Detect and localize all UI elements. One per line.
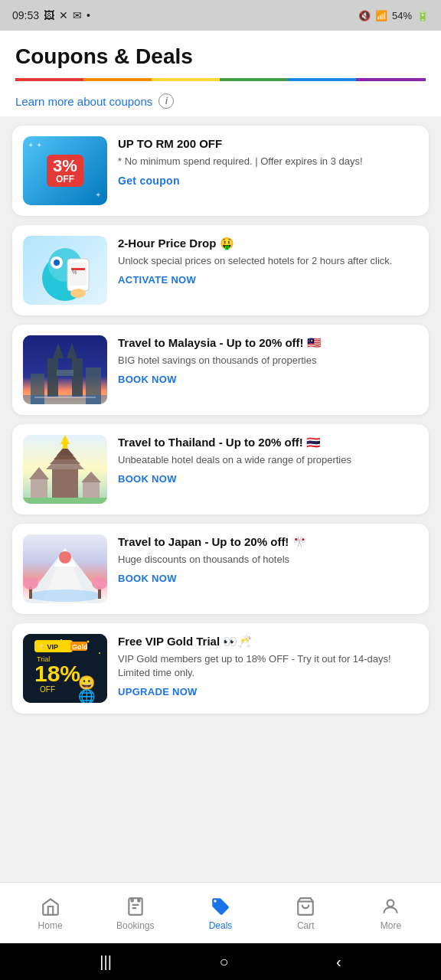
nav-item-deals[interactable]: Deals (178, 896, 263, 931)
deal-description: BIG hotel savings on thousands of proper… (118, 354, 418, 368)
deal-card[interactable]: % 2-Hour Price Drop 🤑 Unlock special pri… (12, 225, 429, 315)
vip-image: ⭐ VIP Gold Trial 18% OFF 😀 🌐 (23, 634, 107, 703)
more-label: More (381, 920, 401, 931)
learn-more-link[interactable]: Learn more about coupons (15, 95, 152, 108)
thailand-image (23, 435, 107, 504)
deal-card[interactable]: Travel to Japan - Up to 20% off! 🎌 Huge … (12, 524, 429, 614)
svg-rect-10 (47, 358, 58, 397)
svg-point-36 (28, 590, 102, 602)
recents-button[interactable]: ||| (100, 953, 112, 971)
bottom-nav: Home Bookings Deals Car (0, 882, 441, 943)
svg-rect-58 (138, 898, 139, 901)
cart-icon (295, 896, 316, 917)
deal-card[interactable]: Travel to Malaysia - Up to 20% off! 🇲🇾 B… (12, 325, 429, 415)
deal-content: Travel to Japan - Up to 20% off! 🎌 Huge … (118, 534, 418, 584)
deals-label: Deals (209, 920, 233, 931)
deal-description: Unlock special prices on selected hotels… (118, 254, 418, 268)
deal-content: UP TO RM 200 OFF * No minimum spend requ… (118, 136, 418, 187)
svg-point-38 (23, 577, 38, 590)
nav-item-bookings[interactable]: Bookings (93, 896, 178, 931)
deal-title: 2-Hour Price Drop 🤑 (118, 236, 418, 251)
deal-content: Travel to Malaysia - Up to 20% off! 🇲🇾 B… (118, 335, 418, 385)
bookings-label: Bookings (116, 920, 154, 931)
svg-text:%: % (72, 270, 77, 275)
deal-card[interactable]: Travel to Thailand - Up to 20% off! 🇹🇭 U… (12, 424, 429, 514)
deals-icon (210, 896, 231, 917)
nav-item-home[interactable]: Home (8, 896, 93, 931)
svg-rect-18 (34, 397, 96, 398)
deal-cta-button[interactable]: Get coupon (118, 175, 418, 187)
deal-title: Travel to Thailand - Up to 20% off! 🇹🇭 (118, 435, 418, 450)
status-bar: 09:53 🖼 ✕ ✉ • 🔇 📶 54% 🔋 (0, 0, 441, 31)
deal-content: Free VIP Gold Trial 👀🥂 VIP Gold members … (118, 634, 418, 697)
deal-description: * No minimum spend required. | Offer exp… (118, 155, 418, 168)
wifi-icon: 📶 (375, 10, 387, 21)
svg-point-8 (70, 289, 86, 298)
nav-item-cart[interactable]: Cart (263, 896, 348, 931)
deal-description: Unbeatable hotel deals on a wide range o… (118, 453, 418, 467)
home-icon (40, 896, 61, 917)
svg-point-41 (59, 551, 71, 564)
deal-cta-button[interactable]: BOOK NOW (118, 374, 418, 385)
status-right: 🔇 📶 54% 🔋 (358, 10, 429, 21)
svg-rect-31 (23, 498, 107, 504)
battery-icon: 🔋 (416, 10, 429, 21)
svg-point-3 (54, 260, 60, 266)
cart-label: Cart (297, 920, 315, 931)
deal-cta-button[interactable]: BOOK NOW (118, 573, 418, 584)
svg-text:🌐: 🌐 (78, 688, 96, 703)
deals-list: ✦ ✦ 3% OFF ✦ UP TO RM 200 OFF * No minim… (0, 116, 441, 882)
home-label: Home (38, 920, 63, 931)
deal-content: Travel to Thailand - Up to 20% off! 🇹🇭 U… (118, 435, 418, 485)
deal-card[interactable]: ⭐ VIP Gold Trial 18% OFF 😀 🌐 Free VIP Go… (12, 623, 429, 714)
home-button[interactable]: ○ (219, 953, 228, 971)
svg-rect-12 (57, 370, 74, 376)
coupon-badge: 3% OFF (47, 155, 83, 187)
mail-icon: ✉ (73, 9, 82, 21)
time: 09:53 (12, 9, 39, 21)
deal-title: Travel to Malaysia - Up to 20% off! 🇲🇾 (118, 335, 418, 351)
mute-icon: 🔇 (358, 10, 371, 21)
svg-point-40 (92, 577, 107, 590)
deal-title: Travel to Japan - Up to 20% off! 🎌 (118, 534, 418, 550)
svg-text:18%: 18% (34, 661, 80, 686)
coupon-image: ✦ ✦ 3% OFF ✦ (23, 136, 107, 205)
header: Coupons & Deals (0, 31, 441, 81)
deal-cta-button[interactable]: ACTIVATE NOW (118, 274, 418, 286)
japan-image (23, 534, 107, 603)
deal-card[interactable]: ✦ ✦ 3% OFF ✦ UP TO RM 200 OFF * No minim… (12, 126, 429, 216)
system-bar: ||| ○ ‹ (0, 943, 441, 980)
svg-text:⭐ VIP: ⭐ VIP (37, 642, 58, 652)
photo-icon: 🖼 (44, 9, 54, 21)
info-icon[interactable]: i (158, 93, 174, 109)
dot-icon: • (87, 9, 90, 21)
deal-description: VIP Gold members get up to 18% OFF - Try… (118, 652, 418, 680)
deal-title: UP TO RM 200 OFF (118, 136, 418, 152)
svg-text:OFF: OFF (40, 685, 55, 694)
bookings-icon (125, 896, 146, 917)
svg-text:Gold: Gold (72, 643, 88, 651)
deal-title: Free VIP Gold Trial 👀🥂 (118, 634, 418, 649)
malaysia-image (23, 335, 107, 404)
page-title: Coupons & Deals (15, 44, 426, 69)
battery-text: 54% (392, 10, 412, 21)
svg-rect-17 (23, 395, 107, 404)
pricedrop-image: % (23, 236, 107, 305)
deal-cta-button[interactable]: UPGRADE NOW (118, 686, 418, 697)
deal-content: 2-Hour Price Drop 🤑 Unlock special price… (118, 236, 418, 286)
svg-rect-11 (72, 358, 83, 397)
star-icon: ✦ ✦ (28, 141, 42, 149)
deal-cta-button[interactable]: BOOK NOW (118, 473, 418, 485)
status-left: 09:53 🖼 ✕ ✉ • (12, 9, 90, 21)
deal-description: Huge discounts on thousands of hotels (118, 553, 418, 567)
more-icon (380, 896, 401, 917)
back-button[interactable]: ‹ (336, 953, 341, 971)
svg-point-60 (387, 900, 394, 906)
nav-item-more[interactable]: More (348, 896, 433, 931)
svg-rect-57 (131, 898, 132, 901)
location-icon: ✕ (59, 9, 68, 21)
learn-more-section: Learn more about coupons i (0, 81, 441, 116)
star-icon-2: ✦ (95, 191, 101, 199)
svg-rect-20 (52, 469, 78, 500)
svg-point-46 (99, 652, 100, 654)
